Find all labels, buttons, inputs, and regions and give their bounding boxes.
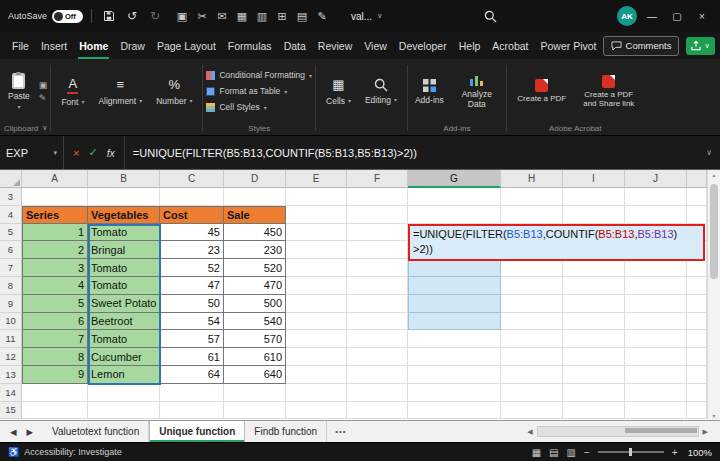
row-header-15[interactable]: 15	[0, 402, 22, 420]
cell-B3[interactable]	[88, 188, 160, 206]
page-layout-view-button[interactable]: ▤	[549, 447, 558, 458]
search-button[interactable]	[481, 7, 499, 25]
cell-A12[interactable]: 8	[22, 348, 88, 366]
qat-insert-table-icon[interactable]: ⊞	[272, 10, 292, 23]
menu-tab-help[interactable]: Help	[453, 32, 487, 59]
cell-B6[interactable]: Bringal	[88, 241, 160, 259]
cell-J8[interactable]	[625, 277, 687, 295]
cell-J10[interactable]	[625, 313, 687, 331]
formula-input[interactable]: =UNIQUE(FILTER(B5:B13,COUNTIF(B5:B13,B5:…	[125, 147, 698, 159]
spill-cell-g7[interactable]	[408, 259, 501, 277]
sheet-tab-findb-function[interactable]: Findb function	[245, 421, 327, 442]
cell-I3[interactable]	[563, 188, 625, 206]
cell-B14[interactable]	[88, 384, 160, 402]
cell-A13[interactable]: 9	[22, 366, 88, 384]
menu-tab-data[interactable]: Data	[278, 32, 312, 59]
create-pdf-button[interactable]: Create a PDF	[510, 77, 574, 105]
addins-button[interactable]: Add-ins	[411, 76, 448, 107]
cell-D13[interactable]: 640	[224, 366, 286, 384]
zoom-in-button[interactable]: +	[672, 447, 678, 458]
cancel-button[interactable]: ×	[73, 147, 79, 159]
cell-E9[interactable]	[286, 295, 347, 313]
ribbon-format-as-table-button[interactable]: Format as Table▾	[206, 84, 312, 99]
menu-tab-draw[interactable]: Draw	[114, 32, 151, 59]
cell-F9[interactable]	[347, 295, 408, 313]
qat-borders-icon[interactable]: ▦	[232, 10, 252, 23]
cell-E4[interactable]	[286, 206, 347, 224]
cell-H12[interactable]	[501, 348, 563, 366]
cell-B8[interactable]: Tomato	[88, 277, 160, 295]
cell-C14[interactable]	[160, 384, 224, 402]
qat-mail-icon[interactable]: ✉	[212, 10, 232, 23]
row-header-6[interactable]: 6	[0, 241, 22, 259]
next-sheet-button[interactable]: ▶	[27, 427, 34, 437]
horizontal-scrollbar-thumb[interactable]	[625, 428, 697, 433]
cell-A7[interactable]: 3	[22, 259, 88, 277]
cell-F8[interactable]	[347, 277, 408, 295]
prev-sheet-button[interactable]: ◀	[10, 427, 17, 437]
cell-G14[interactable]	[408, 384, 501, 402]
row-header-8[interactable]: 8	[0, 277, 22, 295]
cell-C12[interactable]: 61	[160, 348, 224, 366]
dialog-launcher-icon[interactable]: ∨	[42, 124, 47, 132]
document-title[interactable]: val... ∨	[351, 11, 382, 22]
qat-chart-icon[interactable]: ▤	[292, 10, 312, 23]
column-header-h[interactable]: H	[501, 170, 563, 188]
cell-D14[interactable]	[224, 384, 286, 402]
cell-C5[interactable]: 45	[160, 224, 224, 242]
undo-button[interactable]: ↺	[123, 7, 141, 25]
cell-J4[interactable]	[625, 206, 687, 224]
more-sheets-button[interactable]: •••	[327, 421, 354, 442]
cell-B9[interactable]: Sweet Potato	[88, 295, 160, 313]
row-header-4[interactable]: 4	[0, 206, 22, 224]
cell-C9[interactable]: 50	[160, 295, 224, 313]
qat-cut-icon[interactable]: ✂	[192, 10, 212, 23]
cell-D12[interactable]: 610	[224, 348, 286, 366]
select-all-corner[interactable]	[0, 170, 22, 188]
cell-A14[interactable]	[22, 384, 88, 402]
cell-A5[interactable]: 1	[22, 224, 88, 242]
cell-I8[interactable]	[563, 277, 625, 295]
cell-A8[interactable]: 4	[22, 277, 88, 295]
cell-C4[interactable]: Cost	[160, 206, 224, 224]
cell-D5[interactable]: 450	[224, 224, 286, 242]
minimize-button[interactable]: —	[642, 11, 662, 22]
cell-C13[interactable]: 64	[160, 366, 224, 384]
cell-B5[interactable]: Tomato	[88, 224, 160, 242]
cell-J9[interactable]	[625, 295, 687, 313]
row-header-3[interactable]: 3	[0, 188, 22, 206]
row-header-10[interactable]: 10	[0, 313, 22, 331]
column-header-e[interactable]: E	[286, 170, 347, 188]
column-header-i[interactable]: I	[563, 170, 625, 188]
column-header-d[interactable]: D	[224, 170, 286, 188]
autosave-toggle[interactable]: Off	[52, 10, 83, 23]
cell-D11[interactable]: 570	[224, 330, 286, 348]
cell-E10[interactable]	[286, 313, 347, 331]
cell-F13[interactable]	[347, 366, 408, 384]
zoom-out-button[interactable]: −	[584, 447, 590, 458]
cell-B4[interactable]: Vegetables	[88, 206, 160, 224]
menu-tab-formulas[interactable]: Formulas	[222, 32, 278, 59]
cell-H15[interactable]	[501, 402, 563, 420]
cell-F11[interactable]	[347, 330, 408, 348]
cell-H13[interactable]	[501, 366, 563, 384]
ribbon-cell-styles-button[interactable]: Cell Styles▾	[206, 100, 312, 115]
cell-B15[interactable]	[88, 402, 160, 420]
cell-D7[interactable]: 520	[224, 259, 286, 277]
cell-I13[interactable]	[563, 366, 625, 384]
menu-tab-page-layout[interactable]: Page Layout	[151, 32, 222, 59]
cell-F10[interactable]	[347, 313, 408, 331]
cell-D4[interactable]: Sale	[224, 206, 286, 224]
copy-icon[interactable]: ▣	[39, 80, 48, 90]
cell-D3[interactable]	[224, 188, 286, 206]
scroll-right-icon[interactable]: ▶	[703, 428, 708, 436]
cell-H4[interactable]	[501, 206, 563, 224]
cell-I15[interactable]	[563, 402, 625, 420]
row-header-12[interactable]: 12	[0, 348, 22, 366]
qat-draw-icon[interactable]: ✎	[312, 10, 332, 23]
scroll-up-icon[interactable]: ▴	[708, 171, 720, 178]
cell-F12[interactable]	[347, 348, 408, 366]
normal-view-button[interactable]: ▦	[532, 447, 541, 458]
cell-G15[interactable]	[408, 402, 501, 420]
cell-E6[interactable]	[286, 241, 347, 259]
